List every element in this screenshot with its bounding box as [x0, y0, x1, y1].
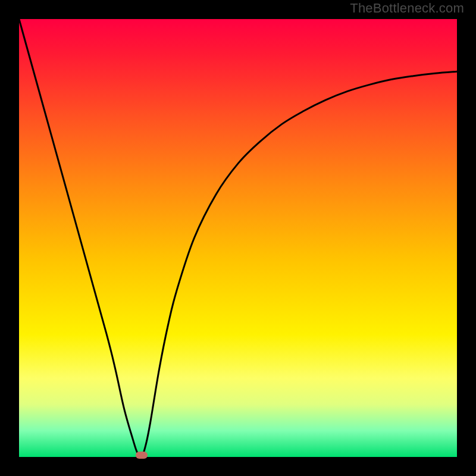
- min-marker: [136, 452, 148, 459]
- chart-frame: TheBottleneck.com: [0, 0, 476, 476]
- watermark-text: TheBottleneck.com: [350, 1, 464, 16]
- bottleneck-curve: [19, 19, 457, 458]
- plot-area: [19, 19, 457, 457]
- curve-svg: [19, 19, 457, 457]
